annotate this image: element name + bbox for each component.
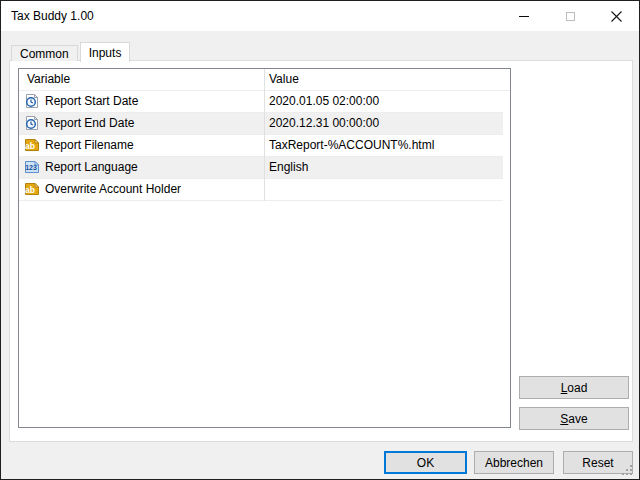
variable-name: Overwrite Account Holder	[45, 179, 181, 200]
reset-button-label: Reset	[582, 456, 613, 470]
variable-value[interactable]: 2020.01.05 02:00:00	[269, 91, 379, 112]
column-header-variable: Variable	[27, 69, 70, 90]
cancel-button-label: Abbrechen	[485, 456, 543, 470]
svg-text:ab: ab	[25, 141, 35, 151]
variable-name: Report Filename	[45, 135, 134, 156]
caption-buttons	[501, 1, 639, 31]
minimize-button[interactable]	[501, 1, 547, 31]
variable-name: Report Start Date	[45, 91, 138, 112]
variable-value[interactable]: TaxReport-%ACCOUNT%.html	[269, 135, 434, 156]
tab-strip: Common Inputs	[11, 41, 130, 61]
ok-button[interactable]: OK	[384, 451, 467, 474]
maximize-icon	[566, 12, 575, 21]
tab-common-label: Common	[20, 47, 69, 61]
load-button-label: Load	[561, 381, 588, 395]
close-button[interactable]	[593, 1, 639, 31]
window-title: Tax Buddy 1.00	[11, 1, 94, 31]
resize-grip-icon[interactable]	[619, 462, 633, 476]
tab-common[interactable]: Common	[11, 45, 78, 61]
datetime-icon	[24, 93, 40, 109]
variable-name: Report Language	[45, 157, 138, 178]
inputs-table: Variable Value Report Start Date 2020.01…	[18, 68, 511, 428]
cancel-button[interactable]: Abbrechen	[474, 451, 554, 474]
datetime-icon	[24, 115, 40, 131]
tab-inputs-label: Inputs	[89, 46, 122, 60]
variable-name: Report End Date	[45, 113, 134, 134]
string-icon: ab	[24, 181, 40, 197]
minimize-icon	[519, 16, 529, 17]
table-row[interactable]: Report End Date 2020.12.31 00:00:00	[19, 113, 503, 135]
maximize-button	[547, 1, 593, 31]
titlebar[interactable]: Tax Buddy 1.00	[1, 1, 639, 31]
variable-value[interactable]: English	[269, 157, 308, 178]
number-icon: 123	[24, 159, 40, 175]
table-row[interactable]: 123 Report Language English	[19, 157, 503, 179]
table-row[interactable]: Report Start Date 2020.01.05 02:00:00	[19, 91, 503, 113]
svg-text:123: 123	[25, 164, 37, 171]
table-row[interactable]: ab Overwrite Account Holder	[19, 179, 503, 201]
svg-text:ab: ab	[25, 185, 35, 195]
table-row[interactable]: ab Report Filename TaxReport-%ACCOUNT%.h…	[19, 135, 503, 157]
dialog-window: Tax Buddy 1.00 Common Inputs	[0, 0, 640, 480]
string-icon: ab	[24, 137, 40, 153]
inputs-tab-page: Variable Value Report Start Date 2020.01…	[9, 60, 633, 442]
save-button-label: Save	[560, 412, 587, 426]
save-button[interactable]: Save	[519, 407, 629, 430]
dialog-body: Common Inputs Variable Value	[1, 31, 639, 479]
column-divider	[264, 69, 265, 201]
ok-button-label: OK	[417, 456, 434, 470]
close-icon	[611, 11, 622, 22]
load-button[interactable]: Load	[519, 376, 629, 399]
variable-value[interactable]: 2020.12.31 00:00:00	[269, 113, 379, 134]
tab-inputs[interactable]: Inputs	[80, 42, 131, 62]
column-header-value: Value	[269, 69, 299, 90]
